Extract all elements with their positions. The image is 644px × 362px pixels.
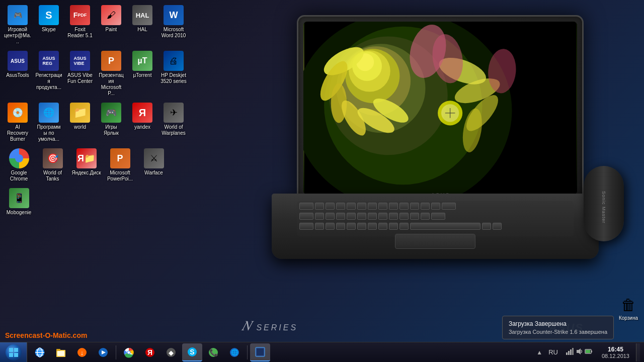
taskbar: ↓ Я [0,342,644,362]
svg-text:Я: Я [147,348,152,356]
taskbar-phone[interactable]: 📞 [203,343,223,361]
icon-ms-present[interactable]: P Презентация Microsoft P... [96,48,126,99]
show-desktop-button[interactable] [636,343,640,361]
volume-tray-icon[interactable] [575,347,583,357]
icons-container: 🎮 Игровой центр@Ма... S Skype FPDF Foxit… [0,0,191,222]
icon-default-programs[interactable]: 🌐 Программы по умолча... [34,100,64,145]
icon-skype-r[interactable]: S Skype [34,3,64,47]
n-series-branding: 𝑁 SERIES [242,318,298,334]
start-orb [6,344,22,360]
clock-date: 08.12.2013 [602,353,629,359]
svg-rect-66 [591,350,592,352]
svg-rect-59 [257,348,264,355]
notification-title: Загрузка Завершена [509,320,607,327]
speaker-cylinder: Sonic Master [584,166,624,241]
icon-reg-product[interactable]: ASUSREG Регистрация продукта... [34,48,64,99]
taskbar-pinned-items: ↓ Я [27,342,531,362]
network-tray-icon[interactable] [566,347,574,357]
taskbar-chrome[interactable] [119,343,139,361]
notification-body: Загрузка Counter-Strike 1.6 завершена [509,329,607,335]
svg-marker-64 [577,348,581,354]
svg-rect-39 [56,349,60,351]
icon-ai-recovery[interactable]: 💿 AI Recovery Burner [3,100,33,145]
laptop-keyboard-base [272,194,599,259]
laptop-screen-display [303,22,577,195]
icon-warface[interactable]: ⚔ Warface [137,146,170,185]
icon-paint-r[interactable]: 🖌 Paint [96,3,126,47]
start-button[interactable] [0,342,27,363]
icon-asustools[interactable]: ASUS AsusTools [3,48,33,99]
icon-games-shortcut[interactable]: 🎮 Игры Ярлык [96,100,126,145]
svg-rect-31 [9,353,13,357]
watermark: Screencast-O-Matic.com [5,331,87,339]
icon-hal-r[interactable]: HAL HAL [127,3,157,47]
svg-rect-67 [586,350,590,353]
taskbar-active-task[interactable] [250,343,270,361]
laptop-body: ASUS [257,15,619,307]
icon-world-folder[interactable]: 📁 world [65,100,95,145]
recycle-bin[interactable]: 🗑 Корзина [619,297,638,321]
svg-rect-61 [568,351,570,355]
icon-vibe-center[interactable]: ASUSVIBE ASUS Vibe Fun Center [65,48,95,99]
taskbar-yandex[interactable]: Я [140,343,160,361]
windows-logo-icon [9,347,19,357]
svg-text:S: S [190,348,194,356]
icon-yandex-disk[interactable]: Я📁 Яндекс.Диск [70,146,103,185]
notification-popup: Загрузка Завершена Загрузка Counter-Stri… [502,316,614,339]
icon-foxit-r[interactable]: FPDF Foxit Reader 5.1 [65,3,95,47]
svg-text:🌐: 🌐 [231,348,238,356]
icon-mobogenie[interactable]: 📱 Mobogenie [3,186,35,218]
icon-igrovoy-r[interactable]: 🎮 Игровой центр@Ма... [3,3,33,47]
taskbar-separator-2 [247,345,248,359]
svg-rect-62 [570,349,572,355]
svg-rect-60 [566,352,568,355]
icon-yandex-browser[interactable]: Я yandex [127,100,157,145]
clock[interactable]: 16:45 08.12.2013 [598,346,633,359]
icon-google-chrome[interactable]: Google Chrome [3,146,35,185]
flower-wallpaper [303,22,577,195]
keyboard [297,201,574,236]
flower-svg [303,22,577,195]
svg-rect-40 [57,351,64,356]
tray-show-arrow[interactable]: ▲ [535,349,543,356]
svg-text:↓: ↓ [80,349,84,356]
icon-word-r[interactable]: W Microsoft Word 2010 [158,3,189,47]
taskbar-media[interactable] [93,343,113,361]
icon-warplanes[interactable]: ✈ World of Warplanes [158,100,189,145]
svg-text:📞: 📞 [209,348,218,357]
taskbar-separator-1 [116,345,116,359]
sonic-master-label: Sonic Master [601,191,606,224]
clock-time: 16:45 [608,346,623,353]
svg-rect-29 [9,348,13,352]
touchpad[interactable] [395,234,475,249]
taskbar-explorer[interactable] [51,343,71,361]
laptop-image: ASUS [191,0,644,342]
svg-rect-63 [572,348,574,355]
taskbar-network[interactable]: 🌐 [224,343,245,361]
system-tray [563,347,595,357]
taskbar-download[interactable]: ↓ [72,343,92,361]
icon-utorrent[interactable]: µT µTorrent [127,48,157,99]
svg-text:◆: ◆ [169,349,174,356]
taskbar-arrow[interactable]: ◆ [161,343,181,361]
taskbar-ie[interactable] [30,343,50,361]
svg-rect-30 [14,348,18,352]
desktop: ASUS [0,0,644,362]
icon-world-tanks[interactable]: 🎯 World ofTanks [36,146,69,185]
icon-hp-deskjet[interactable]: 🖨 HP Deskjet 3520 series [158,48,189,99]
icon-powerpoint[interactable]: P Microsoft PowerPoi... [104,146,136,185]
language-indicator[interactable]: RU [546,348,560,356]
svg-point-47 [128,351,130,353]
taskbar-skype[interactable]: S [182,343,202,361]
laptop-screen-outer: ASUS [297,15,584,201]
battery-tray-icon[interactable] [585,347,593,357]
svg-rect-32 [14,353,18,357]
taskbar-right: ▲ RU 16:45 08.12.2013 [531,343,644,361]
